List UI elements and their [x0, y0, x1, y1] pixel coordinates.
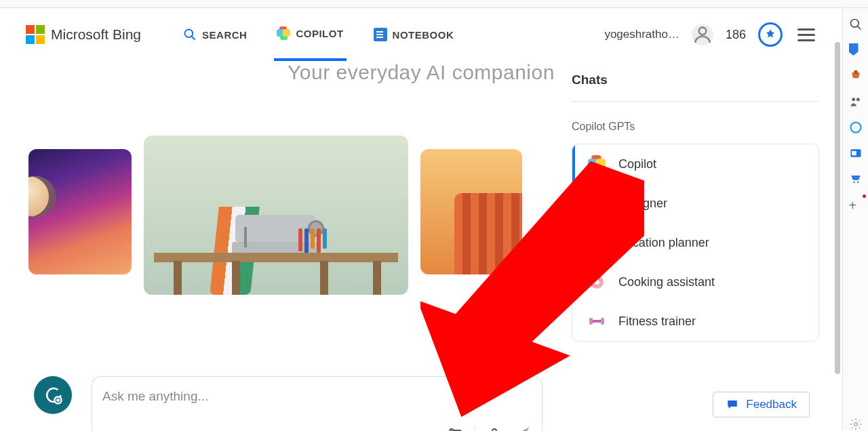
gpts-section-title: Copilot GPTs [572, 121, 819, 133]
svg-point-29 [593, 279, 595, 280]
new-chat-button[interactable] [34, 376, 72, 414]
svg-rect-7 [852, 151, 856, 156]
feedback-label: Feedback [746, 398, 797, 411]
gpt-label: Designer [618, 197, 667, 211]
svg-point-11 [185, 30, 193, 38]
svg-point-4 [856, 98, 859, 101]
divider [572, 101, 819, 102]
svg-line-1 [857, 26, 861, 30]
user-area: yogeshratho… 186 [604, 22, 815, 47]
nav-notebook[interactable]: NOTEBOOK [371, 8, 457, 61]
svg-rect-34 [593, 320, 601, 323]
svg-rect-32 [589, 318, 593, 325]
gpt-item-vacation[interactable]: Vacation planner [572, 223, 818, 262]
copilot-icon [587, 155, 606, 173]
copilot-icon [277, 26, 290, 40]
svg-point-30 [599, 279, 600, 281]
brand-text: Microsoft Bing [51, 26, 141, 43]
gpt-item-designer[interactable]: Designer [572, 184, 818, 223]
header: Microsoft Bing SEARCH COPILOT NOTEBOOK y… [0, 8, 842, 61]
add-image-button[interactable] [448, 427, 464, 431]
suggestion-cards [28, 136, 522, 295]
gpt-item-fitness[interactable]: Fitness trainer [572, 302, 818, 341]
copilot-app-icon[interactable] [849, 121, 863, 134]
search-icon [183, 28, 197, 41]
outlook-icon[interactable] [849, 146, 863, 160]
cart-icon[interactable] [849, 172, 863, 186]
nav-copilot[interactable]: COPILOT [274, 8, 346, 61]
chats-title: Chats [572, 73, 819, 87]
svg-point-9 [857, 182, 859, 184]
ask-input[interactable] [102, 389, 532, 404]
svg-point-0 [850, 20, 859, 28]
right-panel: Chats Copilot GPTs Copilot Designer Vaca… [572, 73, 819, 342]
nav-notebook-label: NOTEBOOK [393, 29, 454, 41]
gpt-item-cooking[interactable]: Cooking assistant [572, 262, 818, 302]
card-image-1[interactable] [28, 149, 132, 274]
feedback-button[interactable]: Feedback [713, 392, 810, 417]
plus-icon[interactable]: + [849, 198, 863, 211]
svg-point-5 [850, 123, 861, 133]
luggage-icon [587, 233, 606, 252]
page-scrollbar[interactable] [835, 42, 840, 374]
dumbbell-icon [587, 312, 606, 331]
microsoft-logo-icon [26, 25, 45, 44]
send-button[interactable] [513, 427, 530, 431]
svg-point-31 [595, 285, 596, 286]
donut-icon [587, 272, 606, 291]
rewards-points: 186 [726, 28, 746, 42]
gear-icon[interactable] [849, 417, 863, 431]
username[interactable]: yogeshratho… [604, 28, 679, 41]
svg-rect-25 [593, 239, 601, 249]
rewards-badge-icon[interactable] [758, 22, 783, 47]
svg-point-28 [594, 279, 599, 285]
gpt-label: Cooking assistant [618, 275, 715, 289]
hamburger-menu[interactable] [797, 28, 815, 41]
browser-chrome-bar [0, 0, 868, 8]
page: Microsoft Bing SEARCH COPILOT NOTEBOOK y… [0, 8, 842, 431]
svg-rect-2 [854, 70, 857, 74]
svg-point-13 [699, 27, 707, 35]
svg-point-10 [854, 423, 857, 426]
card-image-2[interactable] [144, 136, 408, 295]
designer-icon [587, 194, 606, 213]
ask-tools [448, 427, 530, 431]
ask-box [92, 376, 542, 431]
avatar[interactable] [692, 24, 713, 45]
svg-rect-26 [595, 237, 599, 240]
svg-rect-33 [601, 318, 604, 325]
svg-point-8 [853, 182, 855, 184]
people-icon[interactable] [849, 95, 863, 108]
divider [475, 427, 475, 431]
gpt-label: Fitness trainer [618, 314, 696, 329]
nav-copilot-label: COPILOT [296, 28, 343, 39]
shopping-icon[interactable] [849, 69, 863, 83]
gpt-label: Copilot [618, 157, 656, 171]
nav-search-label: SEARCH [202, 29, 247, 41]
svg-point-3 [852, 98, 855, 101]
notebook-icon [374, 28, 387, 41]
nav-search[interactable]: SEARCH [180, 8, 250, 61]
search-icon[interactable] [849, 18, 863, 31]
nav: SEARCH COPILOT NOTEBOOK [180, 8, 456, 61]
card-image-3[interactable] [420, 149, 522, 274]
chat-icon [726, 398, 739, 411]
gpt-list: Copilot Designer Vacation planner Cookin… [572, 144, 819, 342]
gpt-item-copilot[interactable]: Copilot [572, 144, 818, 184]
svg-line-12 [192, 37, 195, 40]
tagline: Your everyday AI companion [231, 61, 611, 84]
edge-sidebar: + [842, 8, 868, 431]
brand[interactable]: Microsoft Bing [26, 25, 141, 44]
gpt-label: Vacation planner [618, 236, 709, 250]
microphone-button[interactable] [486, 427, 502, 431]
tag-icon[interactable] [849, 43, 863, 57]
